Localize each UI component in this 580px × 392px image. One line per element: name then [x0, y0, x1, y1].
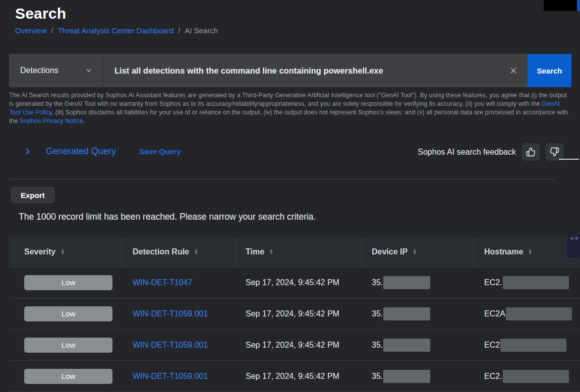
breadcrumb-current-ai-search: AI Search: [185, 26, 218, 35]
generated-query-toggle[interactable]: Generated Query: [23, 146, 116, 157]
time-value: Sep 17, 2024, 9:45:42 PM: [246, 341, 339, 350]
page-title: Search: [15, 5, 66, 22]
hostname-value: EC2.: [484, 278, 502, 287]
save-query-link[interactable]: Save Query: [139, 147, 181, 156]
disclaimer-segment: .: [83, 117, 85, 124]
column-label: Hostname: [484, 247, 523, 256]
breadcrumb: Overview / Threat Analysis Center Dashbo…: [15, 26, 218, 35]
disclaimer-segment: The AI Search results provided by Sophos…: [9, 92, 567, 107]
search-category-dropdown[interactable]: Detections: [9, 54, 103, 87]
column-label: Severity: [24, 247, 55, 256]
table-row: Low WIN-DET-T1059.001 Sep 17, 2024, 9:45…: [9, 330, 580, 361]
table-header-row: Severity ▲▼ Detection Rule ▲▼ Time ▲▼ De…: [9, 237, 580, 267]
widget-dot: [570, 237, 573, 240]
corner-overlay-artifact: [544, 0, 577, 11]
breadcrumb-separator: /: [178, 26, 180, 35]
sophos-privacy-notice-link[interactable]: Sophos Privacy Notice: [20, 117, 83, 124]
generated-query-row: Generated Query Save Query: [23, 146, 181, 157]
detection-rule-link[interactable]: WIN-DET-T1047: [133, 278, 192, 287]
breadcrumb-link-overview[interactable]: Overview: [15, 26, 47, 35]
column-header-severity[interactable]: Severity ▲▼: [9, 237, 123, 267]
export-button[interactable]: Export: [11, 187, 54, 203]
column-header-device-ip[interactable]: Device IP ▲▼: [362, 237, 474, 267]
breadcrumb-link-threat-analysis-center-dashboard[interactable]: Threat Analysis Center Dashboard: [58, 26, 173, 35]
section-divider: [9, 179, 555, 179]
floating-helper-widget[interactable]: [567, 235, 580, 258]
redaction-box: [383, 370, 430, 383]
sort-icon-active-desc: ▲▼: [269, 249, 273, 255]
search-category-value: Detections: [20, 66, 59, 75]
hostname-value: EC2: [484, 341, 500, 350]
generated-query-label: Generated Query: [46, 146, 116, 157]
device-ip-value: 35.: [372, 341, 383, 350]
column-header-time[interactable]: Time ▲▼: [236, 237, 362, 267]
time-value: Sep 17, 2024, 9:45:42 PM: [246, 278, 339, 287]
device-ip-value: 35.: [372, 278, 383, 287]
thumbs-down-button[interactable]: [546, 143, 563, 161]
detection-rule-link[interactable]: WIN-DET-T1059.001: [133, 341, 208, 350]
table-row: Low WIN-DET-T1047 Sep 17, 2024, 9:45:42 …: [9, 267, 580, 298]
search-input[interactable]: [114, 66, 507, 76]
severity-badge: Low: [24, 369, 112, 384]
focus-underline: [559, 159, 579, 160]
hostname-value: EC2.: [484, 372, 502, 381]
breadcrumb-separator: /: [51, 26, 53, 35]
column-label: Device IP: [372, 247, 408, 256]
device-ip-value: 35.: [372, 372, 383, 381]
column-header-hostname[interactable]: Hostname ▲▼: [474, 237, 580, 267]
record-limit-message: The 1000 record limit has been reached. …: [19, 212, 316, 222]
severity-badge: Low: [24, 338, 112, 353]
redaction-box: [503, 276, 569, 289]
column-label: Detection Rule: [133, 247, 189, 256]
detection-rule-link[interactable]: WIN-DET-T1059.001: [133, 309, 208, 318]
redaction-box: [500, 339, 566, 352]
column-label: Time: [246, 247, 264, 256]
redaction-box: [383, 339, 430, 352]
ai-search-bar: Detections ✕ Search: [9, 54, 571, 87]
hostname-value: EC2A: [484, 309, 505, 318]
detections-table: Severity ▲▼ Detection Rule ▲▼ Time ▲▼ De…: [9, 237, 580, 392]
feedback-label: Sophos AI search feedback: [418, 148, 516, 157]
time-value: Sep 17, 2024, 9:45:42 PM: [246, 309, 339, 318]
redaction-box: [383, 307, 430, 320]
severity-badge: Low: [24, 275, 112, 290]
search-button[interactable]: Search: [528, 54, 571, 87]
table-row: Low WIN-DET-T1059.001 Sep 17, 2024, 9:45…: [9, 361, 580, 392]
thumbs-up-icon: [526, 147, 536, 157]
clear-search-icon[interactable]: ✕: [507, 65, 519, 77]
redaction-box: [383, 276, 430, 289]
search-input-wrap: ✕: [103, 54, 528, 87]
detection-rule-link[interactable]: WIN-DET-T1059.001: [133, 372, 208, 381]
disclaimer-segment: , (iii) Sophos disclaims all liabilities…: [9, 109, 568, 124]
redaction-box: [503, 370, 569, 383]
ai-search-feedback: Sophos AI search feedback: [418, 143, 563, 161]
sort-icon: ▲▼: [413, 249, 417, 255]
corner-overlay-accent: [577, 0, 580, 11]
thumbs-up-button[interactable]: [522, 143, 540, 161]
device-ip-value: 35.: [372, 309, 383, 318]
chevron-right-icon: [23, 147, 32, 156]
widget-dot: [575, 237, 578, 240]
column-header-detection-rule[interactable]: Detection Rule ▲▼: [123, 237, 236, 267]
chevron-down-icon: [85, 67, 93, 75]
table-row: Low WIN-DET-T1059.001 Sep 17, 2024, 9:45…: [9, 298, 580, 330]
thumbs-down-icon: [550, 147, 559, 157]
severity-badge: Low: [24, 306, 112, 321]
time-value: Sep 17, 2024, 9:45:42 PM: [246, 372, 339, 381]
sort-icon: ▲▼: [528, 249, 532, 255]
sort-icon: ▲▼: [61, 249, 65, 255]
sort-icon: ▲▼: [194, 249, 198, 255]
ai-disclaimer-text: The AI Search results provided by Sophos…: [9, 91, 571, 125]
redaction-box: [506, 307, 572, 320]
